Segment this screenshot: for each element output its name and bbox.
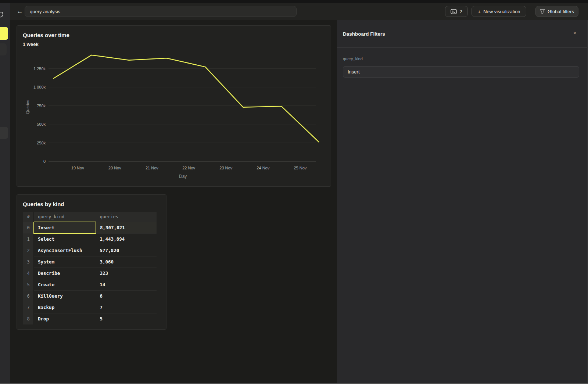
global-filters-label: Global filters xyxy=(548,9,574,14)
back-arrow-icon: ← xyxy=(17,8,23,15)
console-icon xyxy=(451,9,457,14)
cell-queries[interactable]: 1,443,894 xyxy=(96,233,157,245)
table-row: 5Create14 xyxy=(23,279,157,290)
cell-queries[interactable]: 323 xyxy=(96,268,157,279)
cell-query-kind[interactable]: Insert xyxy=(34,222,96,233)
cell-queries[interactable]: 3,060 xyxy=(96,256,157,268)
y-tick-label: 1 250k xyxy=(33,67,46,71)
cell-query-kind[interactable]: AsyncInsertFlush xyxy=(34,245,96,256)
topbar: ← 2 + New visualization Global filters xyxy=(10,3,588,20)
window-top-strip xyxy=(0,0,588,3)
cell-queries[interactable]: 8,307,021 xyxy=(96,222,157,233)
query-kind-filter-input[interactable] xyxy=(343,66,579,78)
column-header-index: # xyxy=(23,212,34,222)
table-wrapper: #query_kindqueries 0Insert8,307,0211Sele… xyxy=(23,212,157,324)
cell-queries[interactable]: 7 xyxy=(96,302,157,313)
y-tick-label: 1 000k xyxy=(33,85,46,89)
row-index: 2 xyxy=(23,245,34,256)
table-row: 2AsyncInsertFlush577,820 xyxy=(23,245,157,256)
table-row: 0Insert8,307,021 xyxy=(23,222,157,233)
new-visualization-label: New visualization xyxy=(483,9,520,14)
table-row: 8Drop5 xyxy=(23,313,157,324)
filters-panel-title: Dashboard Filters xyxy=(343,31,385,37)
row-index: 7 xyxy=(23,302,34,313)
table-row: 4Describe323 xyxy=(23,268,157,279)
console-count-button[interactable]: 2 xyxy=(445,6,468,17)
y-tick-label: 500k xyxy=(37,122,46,126)
x-tick-label: 19 Nov xyxy=(71,166,84,170)
cell-query-kind[interactable]: Drop xyxy=(34,313,96,324)
close-icon: × xyxy=(573,30,576,36)
cell-query-kind[interactable]: Select xyxy=(34,233,96,245)
chart-line xyxy=(54,55,319,142)
row-index: 0 xyxy=(23,222,34,233)
table-card-queries-by-kind: Queries by kind #query_kindqueries 0Inse… xyxy=(17,194,166,330)
queries-by-kind-table: #query_kindqueries 0Insert8,307,0211Sele… xyxy=(23,212,157,324)
table-title: Queries by kind xyxy=(23,201,64,207)
cell-query-kind[interactable]: KillQuery xyxy=(34,290,96,302)
y-tick-label: 750k xyxy=(37,104,46,108)
y-axis-title: Queries xyxy=(25,100,30,114)
dashboard-filters-panel: Dashboard Filters × query_kind xyxy=(337,20,588,384)
y-tick-label: 0 xyxy=(43,159,46,164)
cell-query-kind[interactable]: Backup xyxy=(34,302,96,313)
dashboard-canvas: 0250k500k750k1 000k1 250k19 Nov20 Nov21 … xyxy=(10,20,337,384)
global-filters-button[interactable]: Global filters xyxy=(535,6,578,17)
funnel-icon xyxy=(540,9,545,14)
cell-queries[interactable]: 14 xyxy=(96,279,157,290)
cell-query-kind[interactable]: Create xyxy=(34,279,96,290)
close-panel-button[interactable]: × xyxy=(573,30,576,36)
column-header-queries: queries xyxy=(96,212,157,222)
table-row: 7Backup7 xyxy=(23,302,157,313)
row-index: 6 xyxy=(23,290,34,302)
row-index: 3 xyxy=(23,256,34,268)
row-index: 5 xyxy=(23,279,34,290)
row-index: 4 xyxy=(23,268,34,279)
cell-queries[interactable]: 8 xyxy=(96,290,157,302)
x-tick-label: 23 Nov xyxy=(219,166,232,170)
viz-thumbnail[interactable] xyxy=(0,127,8,139)
row-index: 1 xyxy=(23,233,34,245)
filters-panel-header: Dashboard Filters × xyxy=(337,20,588,48)
viz-thumbnail-active[interactable] xyxy=(0,26,9,40)
table-row: 6KillQuery8 xyxy=(23,290,157,302)
column-header-query_kind: query_kind xyxy=(34,212,96,222)
dashboard-title-input[interactable] xyxy=(25,6,297,17)
cell-query-kind[interactable]: System xyxy=(34,256,96,268)
row-index: 8 xyxy=(23,313,34,324)
x-tick-label: 21 Nov xyxy=(146,166,158,170)
x-tick-label: 20 Nov xyxy=(108,166,121,170)
viz-thumbnail[interactable] xyxy=(0,43,7,55)
cell-query-kind[interactable]: Describe xyxy=(34,268,96,279)
sidebar xyxy=(0,3,10,384)
cell-queries[interactable]: 5 xyxy=(96,313,157,324)
y-tick-label: 250k xyxy=(37,141,46,145)
table-row: 3System3,060 xyxy=(23,256,157,268)
table-row: 1Select1,443,894 xyxy=(23,233,157,245)
x-axis-title: Day xyxy=(179,174,187,179)
console-count: 2 xyxy=(459,9,462,14)
x-tick-label: 25 Nov xyxy=(294,166,306,170)
back-button[interactable]: ← xyxy=(15,7,25,16)
x-tick-label: 22 Nov xyxy=(182,166,195,170)
queries-chart: 0250k500k750k1 000k1 250k19 Nov20 Nov21 … xyxy=(17,26,331,187)
chart-subtitle: 1 week xyxy=(23,42,39,47)
filter-field-label: query_kind xyxy=(343,57,363,61)
cell-queries[interactable]: 577,820 xyxy=(96,245,157,256)
new-visualization-button[interactable]: + New visualization xyxy=(472,6,526,17)
x-tick-label: 24 Nov xyxy=(257,166,269,170)
chart-card-queries-over-time: 0250k500k750k1 000k1 250k19 Nov20 Nov21 … xyxy=(17,25,331,187)
refresh-icon[interactable] xyxy=(0,11,4,18)
chart-title: Queries over time xyxy=(23,32,69,38)
plus-icon: + xyxy=(477,8,481,15)
